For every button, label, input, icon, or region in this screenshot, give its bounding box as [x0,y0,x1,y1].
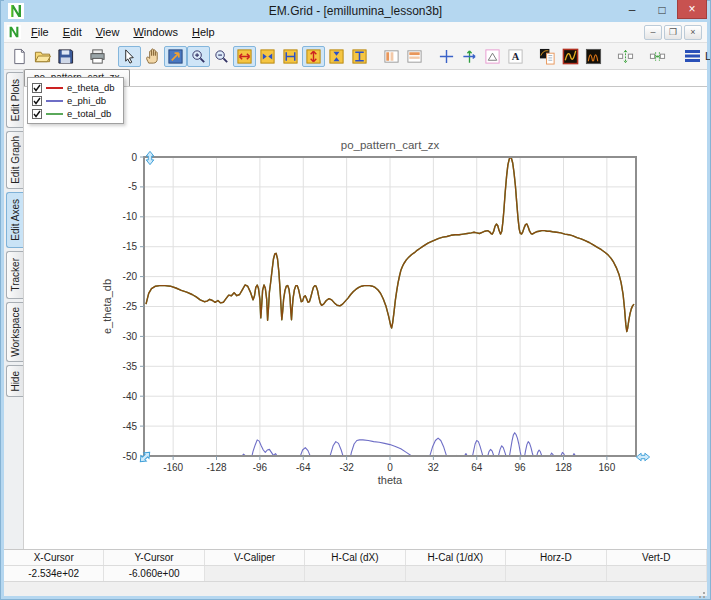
sidebar-tab-label: Edit Axes [10,199,21,241]
select-arrow-icon[interactable] [118,46,141,67]
cursor-value-V-Caliper [205,566,305,581]
legend-item-e_phi_db: e_phi_db [32,94,115,107]
zoom-in-icon[interactable] [187,46,210,67]
cursor-header-Y-Cursor: Y-Cursor [104,550,204,565]
axes-tool-icon[interactable] [458,46,481,67]
content-area: Edit PlotsEdit GraphEdit AxesTrackerWork… [4,70,707,549]
y-tick-label: -40 [123,391,138,402]
y-tick-label: -15 [123,241,138,252]
mdi-restore-button[interactable]: ❐ [664,25,682,40]
dark-plot-icon[interactable] [559,46,582,67]
gridlines [144,157,636,456]
menu-view[interactable]: View [89,24,127,40]
sidebar-tab-edit-axes[interactable]: Edit Axes [6,192,23,248]
cursor-header-H-Cal (1/dX): H-Cal (1/dX) [406,550,506,565]
sidebar-tab-label: Hide [10,371,21,392]
mdi-controls: – ❐ × [644,25,704,40]
cursor-table-value-row: -2.534e+02-6.060e+00 [4,566,707,581]
y-tick-label: 0 [131,152,137,163]
save-icon[interactable] [54,46,77,67]
h-spacing-icon[interactable] [646,46,669,67]
resize-grip[interactable] [696,585,706,595]
sidebar-tab-workspace[interactable]: Workspace [6,302,23,362]
y-tick-label: -10 [123,211,138,222]
mdi-minimize-button[interactable]: – [644,25,662,40]
statusbar [4,581,707,596]
chart-title: po_pattern_cart_zx [341,139,440,151]
sidebar-tab-edit-plots[interactable]: Edit Plots [6,72,23,128]
new-document-icon[interactable] [8,46,31,67]
multi-curve-plot-icon[interactable] [582,46,605,67]
axis-ticks: -160-128-96-64-3203264961281600-5-10-15-… [123,152,616,474]
maximize-button[interactable]: □ [647,0,677,19]
legend-item-e_theta_db: e_theta_db [32,81,115,94]
y-tick-label: -20 [123,271,138,282]
close-button[interactable]: × [677,0,707,19]
cursor-readout-table: X-CursorY-CursorV-CaliperH-Cal (dX)H-Cal… [4,549,707,581]
row-view-icon[interactable] [403,46,426,67]
crosshair-cursor-icon[interactable] [435,46,458,67]
y-tick-label: -5 [128,181,137,192]
layout-button[interactable]: Layout▾ [678,46,711,67]
x-tick-label: -128 [207,462,227,473]
legend-checkbox[interactable] [32,83,42,93]
open-file-icon[interactable] [31,46,54,67]
minimize-button[interactable]: – [617,0,647,19]
cursor-header-V-Caliper: V-Caliper [205,550,305,565]
menu-windows[interactable]: Windows [126,24,185,40]
app-window: EM.Grid - [emillumina_lesson3b] – □ × Fi… [0,0,711,600]
menu-file[interactable]: File [24,24,56,40]
cursor-header-Horz-D: Horz-D [506,550,606,565]
legend-checkbox[interactable] [32,109,42,119]
h-zoom-expand-icon[interactable] [233,46,256,67]
v-zoom-expand-icon[interactable] [302,46,325,67]
legend-checkbox[interactable] [32,96,42,106]
sidebar-tab-label: Edit Graph [10,136,21,184]
cursor-header-H-Cal (dX): H-Cal (dX) [305,550,405,565]
legend-label: e_phi_db [67,95,106,106]
caliper-triangle-icon[interactable] [481,46,504,67]
copy-image-icon[interactable] [536,46,559,67]
v-spacing-icon[interactable] [614,46,637,67]
app-icon-small [7,25,21,39]
cursor-value-Vert-D [607,566,707,581]
print-icon[interactable] [86,46,109,67]
cursor-value-H-Cal (1/dX) [406,566,506,581]
x-tick-label: 0 [387,462,393,473]
x-tick-label: 64 [471,462,483,473]
y-tick-label: -35 [123,361,138,372]
zoom-box-icon[interactable] [164,46,187,67]
menu-items: FileEditViewWindowsHelp [24,24,222,40]
axis-cursor-markers[interactable] [138,151,650,464]
mdi-close-button[interactable]: × [684,25,702,40]
cursor-header-Vert-D: Vert-D [607,550,707,565]
menu-edit[interactable]: Edit [56,24,89,40]
sidebar-tab-edit-graph[interactable]: Edit Graph [6,131,23,189]
cursor-table-header-row: X-CursorY-CursorV-CaliperH-Cal (dX)H-Cal… [4,550,707,566]
titlebar: EM.Grid - [emillumina_lesson3b] – □ × [4,0,707,22]
zoom-out-icon[interactable] [210,46,233,67]
x-tick-label: 96 [515,462,527,473]
column-view-icon[interactable] [380,46,403,67]
x-tick-label: -96 [253,462,268,473]
menubar: FileEditViewWindowsHelp – ❐ × [4,22,707,43]
x-axis-label: theta [378,474,403,486]
y-axis-label: e_theta_db [101,279,113,334]
chart-svg: -160-128-96-64-3203264961281600-5-10-15-… [24,70,707,549]
y-tick-label: -45 [123,421,138,432]
v-zoom-shrink-icon[interactable] [325,46,348,67]
text-annotation-icon[interactable]: A [504,46,527,67]
window-title: EM.Grid - [emillumina_lesson3b] [4,4,707,18]
v-fit-icon[interactable] [348,46,371,67]
pan-hand-icon[interactable] [141,46,164,67]
sidebar-tab-hide[interactable]: Hide [6,365,23,397]
h-zoom-shrink-icon[interactable] [256,46,279,67]
h-fit-icon[interactable] [279,46,302,67]
sidebar-tab-tracker[interactable]: Tracker [6,251,23,299]
y-tick-label: -50 [123,451,138,462]
toolbar: ALayout▾ [4,43,707,70]
cursor-value-Y-Cursor: -6.060e+00 [104,566,204,581]
menu-help[interactable]: Help [185,24,222,40]
y-tick-label: -25 [123,301,138,312]
cursor-marker-bottom-right[interactable] [636,453,649,461]
